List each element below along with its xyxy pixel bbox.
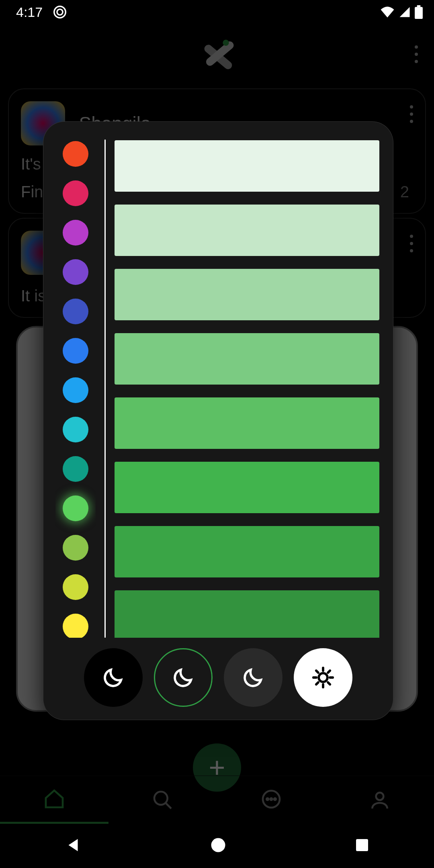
svg-point-6 <box>223 40 229 46</box>
app-logo <box>195 32 239 76</box>
svg-line-22 <box>328 671 330 673</box>
clock: 4:17 <box>16 4 43 20</box>
nav-search[interactable] <box>108 776 217 824</box>
svg-rect-2 <box>415 7 423 19</box>
svg-rect-3 <box>417 5 421 7</box>
app-header <box>0 24 434 84</box>
hue-swatch-green[interactable] <box>63 495 88 521</box>
shade-swatch-4[interactable] <box>115 397 379 449</box>
theme-mode-light-theme[interactable] <box>294 648 352 707</box>
theme-mode-dark-theme[interactable] <box>154 648 213 707</box>
bottom-nav <box>0 776 434 824</box>
svg-point-12 <box>274 798 276 800</box>
shade-swatch-1[interactable] <box>115 205 379 256</box>
svg-line-19 <box>316 671 318 673</box>
svg-point-23 <box>211 838 225 852</box>
shade-column[interactable] <box>115 139 381 638</box>
shade-swatch-5[interactable] <box>115 462 379 513</box>
signal-icon <box>399 6 411 18</box>
more-icon[interactable] <box>415 45 418 63</box>
svg-point-14 <box>319 673 328 682</box>
shade-swatch-6[interactable] <box>115 526 379 577</box>
shade-swatch-3[interactable] <box>115 333 379 385</box>
hue-swatch-lime[interactable] <box>63 535 88 561</box>
card-more-icon[interactable] <box>410 105 413 123</box>
hue-swatch-yellowgreen[interactable] <box>63 574 88 600</box>
hue-swatch-pink[interactable] <box>63 180 88 206</box>
hue-column[interactable] <box>55 139 96 638</box>
screensaver-icon <box>52 4 68 20</box>
svg-line-20 <box>328 682 330 684</box>
hue-swatch-red[interactable] <box>63 141 88 167</box>
nav-home[interactable] <box>210 837 227 855</box>
nav-home[interactable] <box>0 776 108 824</box>
svg-point-7 <box>154 792 168 805</box>
nav-profile[interactable] <box>326 776 434 824</box>
svg-line-21 <box>316 682 318 684</box>
hue-swatch-purple[interactable] <box>63 259 88 285</box>
nav-recent[interactable] <box>354 837 370 855</box>
svg-point-0 <box>54 6 66 18</box>
color-picker-modal <box>43 122 393 720</box>
nav-back[interactable] <box>64 836 82 856</box>
hue-swatch-sky[interactable] <box>63 377 88 403</box>
theme-mode-black-theme[interactable] <box>84 648 143 707</box>
svg-point-11 <box>270 798 272 800</box>
svg-point-10 <box>266 798 268 800</box>
card-more-icon[interactable] <box>410 235 413 252</box>
svg-point-13 <box>376 792 384 800</box>
shade-swatch-2[interactable] <box>115 269 379 320</box>
hue-swatch-magenta[interactable] <box>63 220 88 246</box>
status-bar: 4:17 <box>0 0 434 24</box>
hue-swatch-indigo[interactable] <box>63 299 88 324</box>
wifi-icon <box>380 6 395 18</box>
hue-swatch-blue[interactable] <box>63 338 88 364</box>
unread-badge: 2 <box>400 183 409 201</box>
shade-swatch-7[interactable] <box>115 590 379 638</box>
shade-swatch-0[interactable] <box>115 140 379 192</box>
svg-rect-24 <box>356 839 368 851</box>
column-divider <box>104 139 106 638</box>
hue-swatch-teal[interactable] <box>63 456 88 482</box>
hue-swatch-cyan[interactable] <box>63 417 88 442</box>
svg-line-8 <box>166 803 171 809</box>
svg-point-1 <box>57 9 63 15</box>
theme-mode-grey-theme[interactable] <box>224 648 283 707</box>
hue-swatch-yellow[interactable] <box>63 614 88 638</box>
android-nav-bar <box>0 824 434 868</box>
battery-icon <box>415 5 423 19</box>
nav-chat[interactable] <box>217 776 326 824</box>
theme-mode-row <box>55 648 381 707</box>
